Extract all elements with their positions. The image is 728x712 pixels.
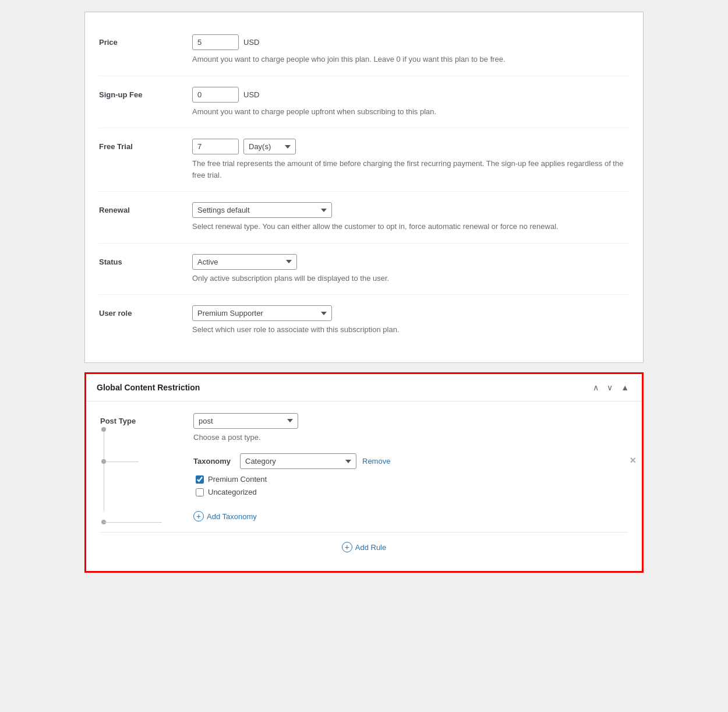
add-rule-label: Add Rule	[355, 543, 386, 552]
renewal-label: Renewal	[99, 202, 192, 214]
renewal-select[interactable]: Settings default Auto renew No renewal	[192, 202, 332, 218]
free-trial-label: Free Trial	[99, 139, 192, 151]
taxonomy-checkboxes: Premium Content Uncategorized	[196, 475, 628, 496]
post-type-help: Choose a post type.	[193, 432, 628, 443]
collapse-up-button[interactable]: ∧	[591, 382, 601, 393]
add-rule-icon: +	[342, 542, 352, 552]
user-role-row: User role Premium Supporter Subscriber A…	[99, 295, 629, 346]
uncategorized-checkbox[interactable]	[196, 488, 204, 496]
tree-taxonomy-dot	[101, 459, 106, 464]
add-rule-row: + Add Rule	[100, 532, 628, 557]
tree-horizontal-line	[104, 461, 139, 462]
restriction-card: Global Content Restriction ∧ ∨ ▲ Post Ty…	[84, 372, 644, 573]
add-rule-link[interactable]: + Add Rule	[342, 542, 386, 552]
header-controls: ∧ ∨ ▲	[591, 382, 631, 393]
user-role-label: User role	[99, 305, 192, 318]
signup-fee-help: Amount you want to charge people upfront…	[192, 106, 629, 118]
signup-fee-content: USD Amount you want to charge people upf…	[192, 87, 629, 118]
taxonomy-section: Taxonomy Category Tag Remove × Premiu	[100, 453, 628, 500]
tree-top-dot	[101, 427, 106, 432]
taxonomy-header-row: Taxonomy Category Tag Remove	[193, 453, 628, 469]
form-card: Price USD Amount you want to charge peop…	[84, 12, 644, 363]
signup-fee-input[interactable]	[192, 87, 239, 103]
add-taxonomy-icon: +	[193, 511, 204, 521]
free-trial-row: Free Trial Day(s) Week(s) Month(s) The f…	[99, 128, 629, 192]
premium-content-checkbox[interactable]	[196, 475, 204, 484]
free-trial-content: Day(s) Week(s) Month(s) The free trial r…	[192, 139, 629, 181]
taxonomy-label: Taxonomy	[193, 457, 234, 466]
renewal-row: Renewal Settings default Auto renew No r…	[99, 192, 629, 244]
user-role-select[interactable]: Premium Supporter Subscriber Administrat…	[192, 305, 332, 321]
price-input[interactable]	[192, 34, 239, 50]
checkbox-premium-content: Premium Content	[196, 475, 628, 484]
uncategorized-label: Uncategorized	[208, 488, 257, 496]
price-currency: USD	[243, 38, 259, 47]
restriction-header: Global Content Restriction ∧ ∨ ▲	[86, 374, 642, 401]
price-row: Price USD Amount you want to charge peop…	[99, 24, 629, 76]
status-label: Status	[99, 254, 192, 266]
collapse-down-button[interactable]: ∨	[605, 382, 615, 393]
status-help: Only active subscription plans will be d…	[192, 273, 629, 284]
status-row: Status Active Inactive Only active subsc…	[99, 244, 629, 295]
add-taxonomy-label: Add Taxonomy	[207, 512, 257, 521]
add-taxonomy-link[interactable]: + Add Taxonomy	[193, 511, 257, 521]
post-type-section: Post Type post page product Choose a pos…	[100, 413, 628, 443]
post-type-select[interactable]: post page product	[193, 413, 298, 429]
restriction-title: Global Content Restriction	[97, 383, 200, 392]
status-select[interactable]: Active Inactive	[192, 254, 297, 270]
taxonomy-remove-x-button[interactable]: ×	[630, 454, 636, 467]
taxonomy-select[interactable]: Category Tag	[240, 453, 356, 469]
price-content: USD Amount you want to charge people who…	[192, 34, 629, 65]
post-type-content: post page product Choose a post type.	[193, 413, 628, 443]
user-role-content: Premium Supporter Subscriber Administrat…	[192, 305, 629, 336]
status-content: Active Inactive Only active subscription…	[192, 254, 629, 284]
collapse-button[interactable]: ▲	[619, 382, 631, 393]
signup-fee-row: Sign-up Fee USD Amount you want to charg…	[99, 76, 629, 129]
free-trial-input[interactable]	[192, 139, 239, 154]
restriction-body: Post Type post page product Choose a pos…	[86, 401, 642, 572]
taxonomy-remove-link[interactable]: Remove	[362, 457, 390, 466]
tree-bottom-hline	[104, 522, 162, 523]
user-role-help: Select which user role to associate with…	[192, 324, 629, 336]
taxonomy-content-area: Taxonomy Category Tag Remove × Premiu	[193, 453, 628, 500]
free-trial-unit-select[interactable]: Day(s) Week(s) Month(s)	[243, 139, 296, 154]
signup-fee-label: Sign-up Fee	[99, 87, 192, 99]
renewal-content: Settings default Auto renew No renewal S…	[192, 202, 629, 232]
signup-fee-currency: USD	[243, 90, 259, 99]
add-taxonomy-row: + Add Taxonomy	[100, 511, 628, 521]
post-type-label: Post Type	[100, 413, 193, 425]
checkbox-uncategorized: Uncategorized	[196, 488, 628, 496]
renewal-help: Select renewal type. You can either allo…	[192, 221, 629, 232]
price-help: Amount you want to charge people who joi…	[192, 54, 629, 65]
free-trial-help: The free trial represents the amount of …	[192, 158, 629, 181]
price-label: Price	[99, 34, 192, 47]
premium-content-label: Premium Content	[208, 475, 267, 484]
